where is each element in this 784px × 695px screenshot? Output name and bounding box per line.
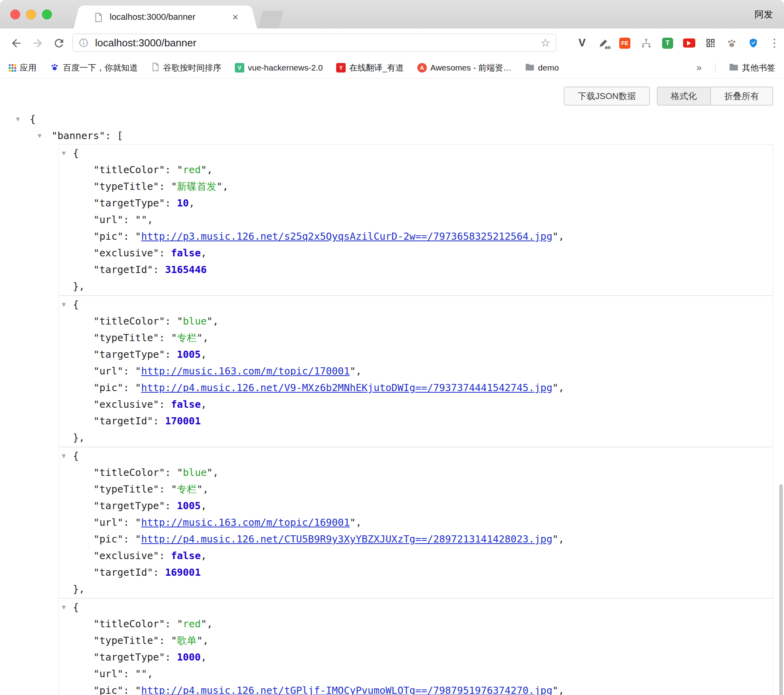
json-link[interactable]: http://p3.music.126.net/s25q2x5QyqsAzilC…	[141, 231, 552, 242]
minimize-window-button[interactable]	[26, 10, 36, 19]
json-token: "pic":	[93, 533, 135, 545]
bookmark-apps[interactable]: 应用	[9, 62, 36, 73]
json-token: ,	[356, 365, 362, 377]
json-link[interactable]: http://p4.music.126.net/CTU5B9R9y3XyYBZX…	[141, 533, 552, 545]
collapse-triangle-icon[interactable]: ▼	[16, 111, 20, 128]
collapse-triangle-icon[interactable]: ▼	[62, 599, 66, 616]
omnibox[interactable]: localhost:3000/banner ☆	[72, 34, 556, 52]
page-favicon-icon	[94, 12, 103, 24]
json-token: ,	[207, 618, 213, 630]
zoom-window-button[interactable]	[42, 10, 52, 19]
download-json-button[interactable]: 下载JSON数据	[564, 87, 650, 105]
qrcode-icon[interactable]	[704, 37, 717, 50]
json-token: {	[73, 450, 79, 462]
bookmark-google-sort[interactable]: 谷歌按时间排序	[151, 62, 221, 74]
bookmark-vue-hackernews[interactable]: V vue-hackernews-2.0	[235, 63, 323, 73]
json-property-line: "typeTitle": "歌单",	[59, 632, 773, 649]
collapse-all-button[interactable]: 折叠所有	[711, 87, 773, 105]
page-info-icon[interactable]	[78, 38, 89, 48]
json-value-boolean: false	[171, 550, 201, 561]
translate-icon[interactable]: en	[597, 37, 610, 50]
url-path: :3000/banner	[136, 37, 196, 49]
json-property-line: "exclusive": false,	[59, 245, 773, 262]
json-token: "url":	[93, 214, 135, 225]
browser-menu-icon[interactable]: ⋮	[768, 37, 781, 50]
json-link[interactable]: http://p4.music.126.net/V9-MXz6b2MNhEKju…	[141, 382, 552, 393]
json-token: "typeTitle":	[93, 332, 171, 344]
bookmark-star-icon[interactable]: ☆	[540, 36, 550, 50]
tampermonkey-icon[interactable]: T	[661, 37, 674, 50]
json-token: "	[197, 332, 203, 344]
collapse-triangle-icon[interactable]: ▼	[62, 448, 66, 464]
bookmark-folder-others[interactable]: 其他书签	[729, 62, 775, 73]
back-button[interactable]	[9, 36, 24, 51]
json-object-close-line: },	[59, 581, 773, 598]
vimium-icon[interactable]: V	[576, 37, 588, 50]
json-token: "	[177, 315, 183, 327]
extension-icons: V en FE T ⋮	[576, 29, 781, 57]
bookmarks-overflow-chevron[interactable]: »	[696, 62, 702, 73]
json-object-close-line: },	[59, 430, 773, 446]
json-token: "	[552, 685, 558, 695]
json-property-line: "pic": "http://p4.music.126.net/V9-MXz6b…	[59, 380, 773, 396]
json-object-open-line: ▼{	[59, 145, 773, 162]
format-button[interactable]: 格式化	[657, 87, 711, 105]
scrollbar-thumb[interactable]	[779, 484, 783, 695]
json-token: ,	[201, 550, 207, 561]
json-token: "targetId":	[93, 415, 165, 427]
tab-close-icon[interactable]: ×	[232, 6, 238, 29]
json-token: {	[73, 299, 79, 310]
bookmark-baidu[interactable]: 百度一下，你就知道	[50, 62, 138, 74]
bookmark-youdao[interactable]: Y 在线翻译_有道	[336, 62, 404, 73]
url-text: localhost:3000/banner	[95, 37, 196, 49]
forward-button[interactable]	[30, 36, 45, 51]
youdao-badge-icon: Y	[336, 63, 346, 73]
browser-tab[interactable]: localhost:3000/banner ×	[81, 6, 249, 29]
json-object-open-line: ▼{	[59, 448, 773, 464]
json-token: "titleColor":	[93, 618, 177, 630]
json-token: ,	[147, 214, 153, 225]
json-value-boolean: false	[171, 247, 201, 259]
json-token: "targetType":	[93, 197, 177, 209]
json-property-line: "exclusive": false,	[59, 396, 773, 413]
shield-check-icon[interactable]	[747, 37, 759, 50]
json-token: "targetType":	[93, 651, 177, 663]
json-token: ,	[201, 399, 207, 410]
json-token: "	[552, 382, 558, 393]
json-token: "typeTitle":	[93, 483, 171, 495]
json-link[interactable]: http://p4.music.126.net/tGPljf-IMOCyPvum…	[141, 685, 552, 695]
new-tab-button[interactable]	[258, 11, 284, 28]
fe-icon[interactable]: FE	[618, 37, 631, 50]
org-chart-icon[interactable]	[640, 37, 653, 50]
collapse-triangle-icon[interactable]: ▼	[62, 145, 66, 162]
json-token: ,	[207, 164, 213, 176]
json-token: "targetId":	[93, 264, 165, 275]
json-token: {	[73, 147, 79, 159]
json-token: "	[135, 685, 141, 695]
json-link[interactable]: http://music.163.com/m/topic/169001	[141, 517, 350, 528]
reload-button[interactable]	[51, 36, 67, 51]
bookmark-awesomes[interactable]: A Awesomes - 前端资…	[417, 62, 512, 73]
bookmarks-bar: 应用 百度一下，你就知道 谷歌按时间排序 V vue-hackernews-2.…	[0, 57, 784, 78]
close-window-button[interactable]	[10, 10, 20, 19]
youtube-icon[interactable]	[683, 37, 695, 50]
json-token: "targetType":	[93, 500, 177, 512]
bookmark-folder-demo[interactable]: demo	[525, 63, 559, 73]
json-toolbar: 下载JSON数据 格式化 折叠所有	[0, 87, 773, 105]
json-token: "	[207, 467, 213, 478]
json-token: },	[73, 281, 85, 292]
json-token: ,	[201, 247, 207, 259]
json-token: "	[171, 332, 177, 344]
json-token: "	[177, 467, 183, 478]
folder-icon	[525, 63, 535, 73]
json-token: "	[171, 181, 177, 192]
bookmarks-divider	[715, 63, 715, 73]
json-link[interactable]: http://music.163.com/m/topic/170001	[141, 365, 350, 377]
collapse-triangle-icon[interactable]: ▼	[62, 296, 66, 313]
collapse-triangle-icon[interactable]: ▼	[38, 128, 42, 144]
paw-icon[interactable]	[725, 37, 738, 50]
json-token: "	[201, 164, 207, 176]
json-property-line: "targetId": 170001	[59, 413, 773, 430]
profile-name[interactable]: 阿发	[755, 0, 773, 29]
json-token: "targetId":	[93, 567, 165, 578]
